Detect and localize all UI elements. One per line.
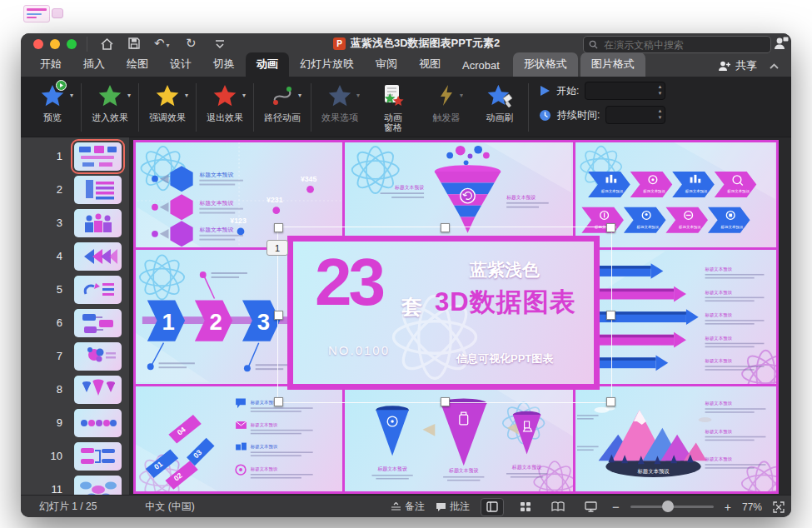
slide-thumbnail-9[interactable] [74, 409, 122, 437]
selection-handle-se[interactable] [606, 397, 615, 406]
language-indicator[interactable]: 中文 (中国) [145, 500, 194, 514]
svg-text:¥231: ¥231 [267, 196, 283, 204]
close-window-button[interactable] [33, 39, 43, 49]
svg-text:标题文本预设: 标题文本预设 [704, 336, 732, 341]
slide-thumbnail-1[interactable] [74, 142, 122, 171]
comments-button[interactable]: 批注 [436, 500, 470, 514]
selection-handle-nw[interactable] [274, 223, 283, 232]
normal-view-button[interactable] [481, 498, 504, 516]
svg-text:¥345: ¥345 [301, 175, 317, 183]
thumb-number: 8 [21, 383, 62, 396]
minimize-window-button[interactable] [50, 39, 60, 49]
svg-text:¥123: ¥123 [230, 217, 247, 225]
zoom-percentage[interactable]: 77% [742, 501, 762, 513]
comment-icon [436, 502, 446, 512]
entrance-effects-button[interactable]: ▾ 进入效果 [83, 82, 137, 122]
tab-transitions[interactable]: 切换 [202, 52, 246, 77]
slide-thumbnail-7[interactable] [74, 342, 122, 371]
animation-order-badge[interactable]: 1 [267, 240, 288, 256]
motion-path-button[interactable]: ▾ 路径动画 [256, 82, 309, 122]
normal-view-icon [486, 501, 498, 512]
selection-handle-s[interactable] [441, 397, 450, 406]
redo-icon[interactable]: ↻ [186, 36, 197, 51]
animation-pane-button[interactable]: 动画窗格 [366, 82, 420, 132]
tab-home[interactable]: 开始 [29, 52, 72, 77]
desktop-artifact [23, 5, 50, 22]
start-label: 开始: [556, 84, 579, 98]
selection-handle-w[interactable] [274, 311, 283, 320]
desktop-artifact [52, 8, 63, 18]
search-input[interactable] [602, 38, 765, 52]
duration-stepper[interactable]: ▲▼ [605, 106, 665, 124]
notes-button[interactable]: 备注 [391, 500, 425, 514]
svg-text:标题文本预设: 标题文本预设 [394, 184, 424, 191]
slide-thumbnail-3[interactable] [74, 209, 122, 237]
slide-1-editing-area[interactable]: 标题文本预设 标题文本预设 标题文本预设 ¥123 ¥231 ¥345 [133, 140, 779, 494]
fit-to-window-icon[interactable] [773, 501, 785, 513]
slide-thumbnail-4[interactable] [74, 242, 122, 271]
tab-acrobat[interactable]: Acrobat [451, 55, 511, 77]
svg-text:标题文本预设: 标题文本预设 [704, 456, 732, 462]
zoom-slider-thumb[interactable] [662, 501, 674, 512]
selection-handle-ne[interactable] [606, 223, 615, 232]
trigger-button: ▾ 触发器 [420, 82, 473, 122]
share-button[interactable]: 共享 [718, 58, 757, 73]
preview-button[interactable]: ▾ 预览 [26, 82, 79, 122]
selection-handle-e[interactable] [606, 311, 615, 320]
tab-slideshow[interactable]: 幻灯片放映 [289, 52, 365, 77]
presenter-account-icon[interactable] [773, 36, 789, 53]
quick-access-more-icon[interactable] [214, 37, 226, 50]
undo-dropdown-caret[interactable]: ▾ [167, 42, 170, 49]
zoom-slider[interactable] [630, 506, 714, 508]
slide-thumbnail-6[interactable] [74, 309, 122, 337]
svg-text:标题文本预设: 标题文本预设 [250, 422, 278, 428]
zoom-in-button[interactable]: + [725, 501, 731, 514]
svg-text:3: 3 [257, 309, 270, 335]
emphasis-star-icon: ▾ [155, 82, 180, 110]
tab-design[interactable]: 设计 [159, 52, 202, 77]
slide-thumbnail-2[interactable] [74, 176, 122, 204]
editing-canvas[interactable]: 标题文本预设 标题文本预设 标题文本预设 ¥123 ¥231 ¥345 [129, 137, 791, 496]
reading-view-button[interactable] [547, 499, 569, 516]
notes-icon [391, 502, 401, 512]
duration-clock-icon [539, 109, 551, 122]
undo-icon[interactable]: ↶▾ [154, 36, 170, 51]
selection-handle-n[interactable] [441, 223, 450, 232]
slide-thumbnail-8[interactable] [74, 376, 122, 404]
slideshow-view-button[interactable] [580, 499, 601, 516]
selection-handle-sw[interactable] [274, 397, 283, 406]
tab-review[interactable]: 审阅 [365, 52, 408, 77]
exit-effects-button[interactable]: ▾ 退出效果 [198, 82, 252, 122]
tab-draw[interactable]: 绘图 [116, 52, 159, 77]
lightning-icon: ▾ [437, 82, 456, 110]
svg-text:标题文本预设: 标题文本预设 [704, 428, 732, 434]
svg-text:2: 2 [210, 309, 222, 335]
start-combobox[interactable]: ▲▼ [585, 82, 665, 100]
ribbon-tab-bar: 开始 插入 绘图 设计 切换 动画 幻灯片放映 审阅 视图 Acrobat 形状… [21, 55, 791, 77]
slide-sorter-view-button[interactable] [515, 499, 536, 516]
tab-picture-format[interactable]: 图片格式 [580, 52, 645, 77]
home-icon[interactable] [100, 37, 114, 51]
slide-thumbnail-10[interactable] [74, 442, 122, 471]
search-box[interactable] [583, 36, 771, 53]
slide-sorter-icon [520, 501, 531, 512]
animation-painter-button[interactable]: 动画刷 [473, 82, 526, 122]
start-play-icon [539, 85, 550, 97]
tab-insert[interactable]: 插入 [72, 52, 116, 77]
thumb-number: 5 [21, 283, 62, 296]
selection-bounding-box[interactable]: 1 [277, 227, 612, 403]
tab-shape-format[interactable]: 形状格式 [513, 52, 578, 77]
emphasis-effects-button[interactable]: ▾ 强调效果 [141, 82, 194, 122]
save-icon[interactable] [127, 37, 141, 50]
effect-options-button: ▾ 效果选项 [313, 82, 366, 122]
tab-view[interactable]: 视图 [408, 52, 451, 77]
slide-counter: 幻灯片 1 / 25 [39, 500, 97, 514]
duration-label: 持续时间: [557, 108, 600, 122]
powerpoint-window: ↶▾ ↻ P 蓝紫浅色3D数据图表PPT元素2 开始 插入 绘图 设计 切换 动… [21, 33, 791, 517]
slide-thumbnail-5[interactable] [74, 276, 122, 304]
zoom-out-button[interactable]: − [612, 500, 620, 514]
zoom-window-button[interactable] [67, 39, 77, 49]
tab-animations[interactable]: 动画 [246, 52, 289, 77]
collapse-ribbon-icon[interactable] [769, 62, 780, 70]
svg-text:标题文本预设: 标题文本预设 [250, 444, 278, 450]
